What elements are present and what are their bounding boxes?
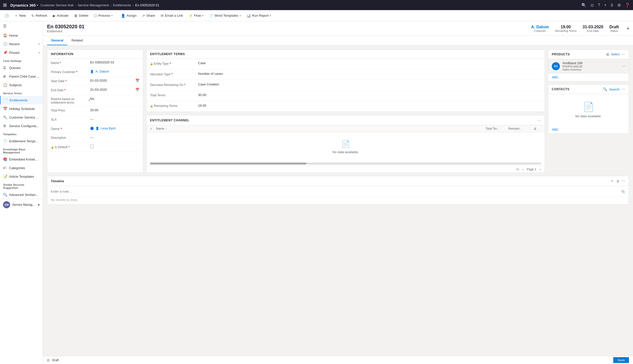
sidebar-item-advanced-similar[interactable]: 🔍 Advanced Similari... [0, 190, 43, 199]
label-allocation-type: Allocation Type * [150, 72, 198, 76]
header-customer-label: Customer [531, 29, 549, 32]
assign-button[interactable]: 👤 Assign [118, 12, 139, 19]
required-indicator: * [65, 79, 67, 83]
question-icon[interactable]: ❓ [625, 3, 630, 8]
tab-related[interactable]: Related [67, 36, 87, 45]
header-remaining-terms-value: 19.00 [555, 25, 576, 29]
sidebar-item-parent-child-case[interactable]: ⊞ Parent Child Case ... [0, 72, 43, 81]
field-owner: Owner * 🔵 👤 Lesa Byrd [47, 125, 143, 134]
channel-page-next[interactable]: → [538, 167, 542, 171]
contacts-dots-icon[interactable]: ⋯ [622, 87, 625, 91]
sidebar-footer[interactable]: SM Service Managem... ▾ [0, 199, 43, 210]
settings-icon[interactable]: ⚙ [617, 3, 621, 8]
timeline-add-button[interactable]: ＋ [610, 179, 614, 183]
header-end-date-value: 31-03-2020 [583, 25, 603, 29]
sidebar-item-queues[interactable]: ☰ Queues [0, 63, 43, 72]
channel-scrollbar[interactable] [150, 163, 541, 165]
add-icon[interactable]: + [604, 3, 606, 7]
brand-logo[interactable]: Dynamics 365 ▾ [10, 3, 38, 7]
run-report-button[interactable]: 📊 Run Report ▾ [244, 12, 274, 19]
products-select-button[interactable]: Select [611, 53, 620, 56]
breadcrumb-service-mgmt[interactable]: Service Management [78, 3, 109, 7]
channel-page-first[interactable]: ⊢ [517, 167, 519, 171]
sidebar-item-holiday-schedule[interactable]: 📅 Holiday Schedule [0, 104, 43, 113]
recent-icon: 🕐 [3, 42, 7, 46]
breadcrumb-entitlements[interactable]: Entitlements [113, 3, 131, 7]
owner-user-icon: 👤 [95, 127, 99, 130]
share-button[interactable]: ↗ Share [139, 12, 158, 19]
email-button[interactable]: ✉ Email a Link [158, 12, 185, 19]
sidebar-item-label: Holiday Schedule [9, 107, 40, 111]
channel-name-header[interactable]: Name ↑ [156, 127, 486, 130]
sidebar-toggle[interactable]: ☰ [0, 21, 43, 31]
value-total-price[interactable]: 20.00 [90, 108, 139, 112]
breadcrumb-hub[interactable]: Customer Service Hub [40, 3, 74, 7]
search-icon[interactable]: 🔍 [581, 3, 586, 8]
header-field-customer: A. Datum Customer [531, 25, 549, 32]
sidebar-item-entitlements[interactable]: 📄 Entitlements [0, 96, 43, 104]
sidebar-item-service-config[interactable]: ⚙ Service Configurat... [0, 122, 43, 130]
channel-sort-icon[interactable]: ↑ [165, 127, 166, 130]
history-button[interactable]: 🕐 [2, 12, 11, 19]
copilot-icon[interactable]: ⊙ [590, 3, 594, 8]
contacts-abc-link[interactable]: ABC [548, 126, 629, 133]
value-start-date[interactable]: 01-03-2020 📅 [90, 79, 139, 82]
channel-page-prev[interactable]: ← [521, 167, 525, 171]
value-name[interactable]: En 03052020 01 [90, 60, 139, 64]
is-default-checkbox[interactable] [90, 145, 94, 148]
products-dots-icon[interactable]: ⋯ [622, 52, 625, 56]
sidebar-item-customer-service[interactable]: 🔧 Customer Service ... [0, 113, 43, 122]
right-column: PRODUCTS ⊞ Select ⋯ A1 ArmBand 100 [548, 50, 629, 173]
field-description: Description --- [47, 134, 143, 143]
product-item-armband[interactable]: A1 ArmBand 100 PRDPKGAB100 Sales Invento… [548, 59, 629, 73]
process-button[interactable]: ⬡ Process ▾ [91, 12, 115, 19]
top-nav-right: 🔍 ⊙ ? + ⧖ ⚙ ❓ [581, 3, 630, 8]
sidebar-item-article-templates[interactable]: 📝 Article Templates [0, 172, 43, 181]
delete-button[interactable]: 🗑 Delete [72, 12, 91, 19]
sidebar-item-pinned[interactable]: 📌 Pinned ▾ [0, 48, 43, 57]
flow-button[interactable]: ⚡ Flow ▾ [186, 12, 206, 19]
sidebar-item-recent[interactable]: 🕐 Recent ▾ [0, 40, 43, 48]
value-sla[interactable]: --- [90, 117, 139, 121]
timeline-note-input[interactable] [51, 189, 621, 194]
sidebar-item-categories[interactable]: 🏷 Categories [0, 164, 43, 172]
contacts-search-icon[interactable]: 🔍 [603, 87, 607, 91]
waffle-icon[interactable]: ⊞ [3, 2, 7, 8]
channel-print-header[interactable]: 🖨 [534, 127, 541, 130]
value-owner[interactable]: 🔵 👤 Lesa Byrd [90, 126, 139, 130]
tab-general[interactable]: General [47, 36, 67, 45]
save-button[interactable]: Save [613, 357, 629, 363]
sidebar-item-label: Parent Child Case ... [9, 75, 40, 78]
label-name: Name * [51, 60, 90, 65]
help-icon[interactable]: ? [598, 3, 600, 7]
timeline-attach-icon[interactable]: 📎 [621, 190, 625, 193]
scrollable-content: INFORMATION Name * En 03052020 01 Primar… [43, 46, 633, 356]
channel-empty-text: No data available. [332, 150, 359, 154]
value-end-date[interactable]: 31-03-2020 📅 [90, 88, 139, 92]
product-item-dots-icon[interactable]: ⋯ [622, 64, 625, 68]
timeline-filter-button[interactable]: ⧖ [617, 179, 619, 183]
sidebar-item-subjects[interactable]: 📋 Subjects [0, 81, 43, 89]
sidebar-item-home[interactable]: 🏠 Home [0, 31, 43, 40]
start-date-calendar-icon[interactable]: 📅 [135, 79, 139, 82]
timeline-more-button[interactable]: ⋯ [622, 179, 625, 183]
end-date-calendar-icon[interactable]: 📅 [135, 88, 139, 92]
new-button[interactable]: ＋ New [12, 12, 28, 19]
contacts-search-label[interactable]: Search [609, 87, 620, 91]
value-primary-customer[interactable]: 👤 A. Datum [90, 70, 139, 73]
header-customer-value[interactable]: A. Datum [531, 25, 549, 29]
word-templates-button[interactable]: 📄 Word Templates ▾ [206, 12, 243, 19]
brand-chevron-icon[interactable]: ▾ [37, 4, 38, 7]
sidebar-item-embedded-knowl[interactable]: 📚 Embedded Knowl... [0, 155, 43, 164]
activate-button[interactable]: ▶ Activate [50, 12, 71, 19]
recent-chevron-icon: ▾ [38, 43, 40, 46]
refresh-button[interactable]: ↻ Refresh [29, 12, 50, 19]
products-abc-link[interactable]: ABC [548, 73, 629, 81]
header-expand-icon[interactable]: ▾ [627, 26, 629, 31]
channel-dots-icon[interactable]: ⋯ [537, 118, 541, 123]
products-header-row: PRODUCTS ⊞ Select ⋯ [548, 50, 629, 59]
value-description[interactable]: --- [90, 135, 139, 139]
advanced-similar-icon: 🔍 [3, 193, 7, 197]
sidebar-item-entitlement-templ[interactable]: 📄 Entitlement Templ... [0, 137, 43, 145]
filter-icon[interactable]: ⧖ [610, 3, 613, 7]
